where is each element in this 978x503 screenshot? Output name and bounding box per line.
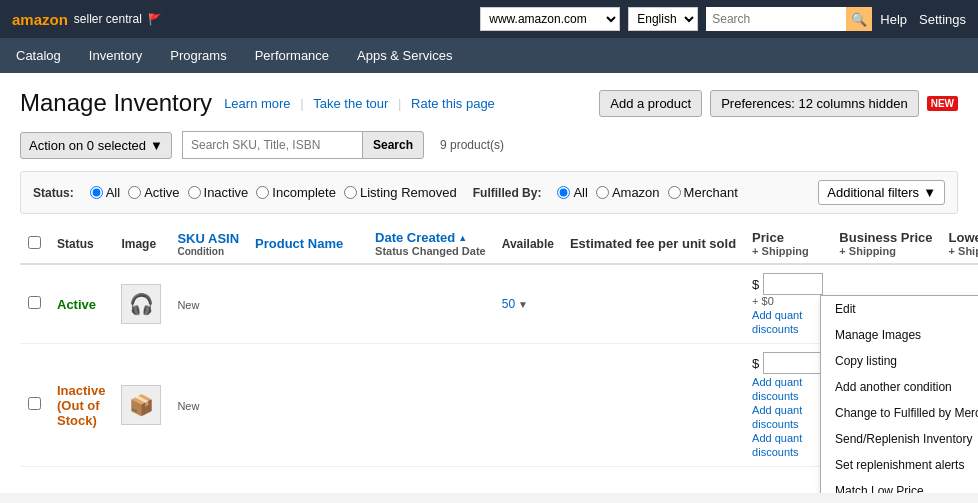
additional-filters-button[interactable]: Additional filters ▼ [818, 180, 945, 205]
th-available: Available [494, 224, 562, 264]
row2-checkbox[interactable] [28, 397, 41, 410]
action-caret-icon: ▼ [150, 138, 163, 153]
row2-status-cell: Inactive (Out of Stock) [49, 344, 113, 467]
status-listing-removed-option[interactable]: Listing Removed [344, 185, 457, 200]
action-on-selected-button[interactable]: Action on 0 selected ▼ [20, 132, 172, 159]
status-all-option[interactable]: All [90, 185, 120, 200]
row2-fee-cell [562, 344, 744, 467]
status-active-option[interactable]: Active [128, 185, 179, 200]
status-listing-removed-label: Listing Removed [360, 185, 457, 200]
context-menu-item-1[interactable]: Manage Images [821, 322, 978, 348]
th-date-created-label[interactable]: Date Created ▲ [375, 230, 486, 245]
row2-price-dollar-icon: $ [752, 356, 759, 371]
language-select[interactable]: English [628, 7, 698, 31]
context-menu-item-3[interactable]: Add another condition [821, 374, 978, 400]
status-incomplete-radio[interactable] [256, 186, 269, 199]
fulfilled-all-option[interactable]: All [557, 185, 587, 200]
row1-status-cell: Active [49, 264, 113, 344]
th-fee: Estimated fee per unit sold [562, 224, 744, 264]
search-input[interactable] [706, 7, 846, 31]
row1-price-dollar-icon: $ [752, 277, 759, 292]
search-sku-input[interactable] [182, 131, 362, 159]
status-incomplete-option[interactable]: Incomplete [256, 185, 336, 200]
nav-programs[interactable]: Programs [166, 40, 230, 71]
take-tour-link[interactable]: Take the tour [313, 96, 388, 111]
th-plus-shipping-label: + Shipping [752, 245, 823, 257]
row2-discounts3-link[interactable]: discounts [752, 446, 823, 458]
row1-price-input[interactable] [763, 273, 823, 295]
nav-catalog[interactable]: Catalog [12, 40, 65, 71]
search-sku-button[interactable]: Search [362, 131, 424, 159]
preferences-button[interactable]: Preferences: 12 columns hidden [710, 90, 918, 117]
fulfilled-merchant-radio[interactable] [668, 186, 681, 199]
row2-add-qty2-link[interactable]: Add quant [752, 404, 823, 416]
search-box: 🔍 [706, 7, 872, 31]
row1-checkbox-cell [20, 264, 49, 344]
fulfilled-merchant-option[interactable]: Merchant [668, 185, 738, 200]
rate-page-link[interactable]: Rate this page [411, 96, 495, 111]
row2-checkbox-cell [20, 344, 49, 467]
fulfilled-amazon-option[interactable]: Amazon [596, 185, 660, 200]
context-menu-item-7[interactable]: Match Low Price [821, 478, 978, 493]
add-product-button[interactable]: Add a product [599, 90, 702, 117]
domain-select[interactable]: www.amazon.com [480, 7, 620, 31]
additional-filters-caret-icon: ▼ [923, 185, 936, 200]
th-lowest-price-label: Lowest Price [949, 230, 978, 245]
row2-product-image: 📦 [121, 385, 161, 425]
row1-image-cell: 🎧 [113, 264, 169, 344]
logo-area: amazon seller central 🚩 [12, 11, 162, 28]
row2-add-qty3-link[interactable]: Add quant [752, 432, 823, 444]
settings-link[interactable]: Settings [919, 12, 966, 27]
top-links: Help Settings [880, 12, 966, 27]
row1-add-qty-link[interactable]: Add quant [752, 309, 823, 321]
context-menu-item-6[interactable]: Set replenishment alerts [821, 452, 978, 478]
status-all-radio[interactable] [90, 186, 103, 199]
th-product-name-label[interactable]: Product Name [255, 236, 343, 251]
top-header: amazon seller central 🚩 www.amazon.com E… [0, 0, 978, 38]
th-lowest-shipping-label: + Shipping [949, 245, 978, 257]
fulfilled-amazon-radio[interactable] [596, 186, 609, 199]
th-lowest-price: Lowest Price + Shipping [941, 224, 978, 264]
search-button[interactable]: 🔍 [846, 7, 872, 31]
row2-add-qty-link[interactable]: Add quant [752, 376, 823, 388]
context-menu-item-5[interactable]: Send/Replenish Inventory [821, 426, 978, 452]
page-title: Manage Inventory [20, 89, 212, 117]
page-header: Manage Inventory Learn more | Take the t… [20, 89, 958, 117]
th-status-changed-label: Status Changed Date [375, 245, 486, 257]
row1-qty-link[interactable]: 50 [502, 297, 515, 311]
context-menu-item-2[interactable]: Copy listing [821, 348, 978, 374]
row1-checkbox[interactable] [28, 296, 41, 309]
status-active-radio[interactable] [128, 186, 141, 199]
status-inactive-radio[interactable] [188, 186, 201, 199]
action-label: Action on 0 selected [29, 138, 146, 153]
row2-discounts-link[interactable]: discounts [752, 390, 823, 402]
context-menu-item-4[interactable]: Change to Fulfilled by Merchant [821, 400, 978, 426]
row1-product-image: 🎧 [121, 284, 161, 324]
row1-available-cell: 50 ▼ [494, 264, 562, 344]
fulfilled-merchant-label: Merchant [684, 185, 738, 200]
select-all-checkbox[interactable] [28, 236, 41, 249]
nav-performance[interactable]: Performance [251, 40, 333, 71]
row2-date-cell [367, 344, 494, 467]
filters-bar: Status: All Active Inactive Incomplete L… [20, 171, 958, 214]
row1-product-name-cell [247, 264, 367, 344]
status-listing-removed-radio[interactable] [344, 186, 357, 199]
row2-price-cell: $ Add quant discounts Add quant discount… [744, 344, 831, 467]
help-link[interactable]: Help [880, 12, 907, 27]
row1-plus-shipping: + $0 [752, 295, 823, 307]
learn-more-link[interactable]: Learn more [224, 96, 290, 111]
row2-price-input[interactable] [763, 352, 823, 374]
context-menu-item-0[interactable]: Edit [821, 296, 978, 322]
status-inactive-option[interactable]: Inactive [188, 185, 249, 200]
search-sku-area: Search [182, 131, 424, 159]
nav-apps-services[interactable]: Apps & Services [353, 40, 456, 71]
status-inactive-label: Inactive [204, 185, 249, 200]
row2-discounts2-link[interactable]: discounts [752, 418, 823, 430]
product-count: 9 product(s) [440, 138, 504, 152]
context-menu: EditManage ImagesCopy listingAdd another… [820, 295, 978, 493]
fulfilled-all-label: All [573, 185, 587, 200]
row1-discounts-link[interactable]: discounts [752, 323, 823, 335]
fulfilled-all-radio[interactable] [557, 186, 570, 199]
nav-inventory[interactable]: Inventory [85, 40, 146, 71]
main-nav: Catalog Inventory Programs Performance A… [0, 38, 978, 73]
